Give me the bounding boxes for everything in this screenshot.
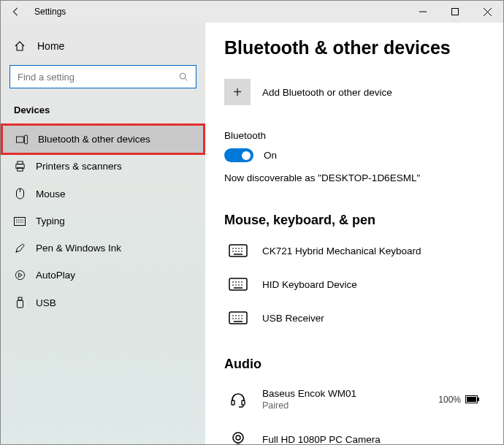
close-button[interactable]: [471, 1, 503, 23]
device-name: HID Keyboard Device: [262, 279, 484, 290]
device-name: USB Receiver: [262, 313, 484, 324]
sidebar-item-label: Pen & Windows Ink: [36, 243, 121, 254]
svg-point-4: [180, 73, 186, 79]
keyboard-icon: [227, 311, 249, 324]
device-row[interactable]: USB Receiver: [224, 305, 484, 339]
audio-header: Audio: [224, 357, 484, 372]
keyboard-icon: [227, 244, 249, 257]
keyboard-icon: [14, 217, 26, 226]
sidebar-item-label: Printers & scanners: [36, 161, 122, 172]
svg-rect-36: [478, 398, 479, 401]
keyboard-icon: [227, 278, 249, 291]
battery-icon: [465, 395, 480, 403]
svg-point-38: [236, 436, 240, 440]
svg-rect-18: [17, 300, 23, 308]
settings-window: Settings Home: [0, 0, 504, 445]
page-title: Bluetooth & other devices: [224, 37, 484, 58]
discoverable-text: Now discoverable as "DESKTOP-1D6ESML": [224, 172, 484, 183]
devices-icon: [16, 134, 28, 145]
mouse-keyboard-pen-header: Mouse, keyboard, & pen: [224, 213, 484, 228]
search-input[interactable]: [9, 65, 196, 88]
headset-icon: [227, 391, 249, 408]
sidebar-item-printers[interactable]: Printers & scanners: [1, 153, 205, 180]
bluetooth-toggle-state: On: [264, 150, 277, 161]
home-icon: [14, 40, 26, 52]
svg-point-37: [233, 433, 243, 443]
sidebar-item-label: Mouse: [36, 189, 66, 199]
device-name: CK721 Hybrid Mechanical Keyboard: [262, 246, 484, 256]
sidebar-item-usb[interactable]: USB: [1, 289, 205, 316]
sidebar-item-label: USB: [36, 297, 56, 308]
svg-rect-32: [232, 400, 234, 405]
sidebar-item-bluetooth[interactable]: Bluetooth & other devices: [3, 126, 203, 153]
device-name: Baseus Encok WM01: [262, 388, 425, 399]
search-icon: [178, 72, 188, 82]
sidebar-item-typing[interactable]: Typing: [1, 208, 205, 235]
bluetooth-toggle[interactable]: [224, 148, 253, 162]
add-device-label: Add Bluetooth or other device: [262, 87, 392, 98]
device-row[interactable]: Full HD 1080P PC Camera: [224, 425, 484, 444]
sidebar: Home Devices Bluetooth & other devices: [1, 23, 205, 444]
usb-icon: [14, 297, 26, 308]
svg-point-17: [15, 270, 24, 279]
plus-icon: +: [224, 79, 251, 105]
svg-rect-9: [17, 161, 23, 164]
main-content: Bluetooth & other devices + Add Bluetoot…: [205, 23, 503, 444]
device-row[interactable]: CK721 Hybrid Mechanical Keyboard: [224, 238, 484, 272]
sidebar-item-label: Bluetooth & other devices: [38, 134, 150, 145]
device-status: Paired: [262, 400, 425, 411]
svg-rect-19: [18, 297, 22, 300]
printer-icon: [14, 161, 26, 172]
section-label: Devices: [1, 102, 205, 126]
window-title: Settings: [34, 7, 66, 17]
pen-icon: [14, 243, 26, 254]
svg-rect-33: [242, 400, 245, 405]
autoplay-icon: [14, 270, 26, 281]
svg-rect-35: [467, 397, 476, 402]
home-nav[interactable]: Home: [1, 36, 205, 65]
battery-percent: 100%: [438, 395, 461, 405]
svg-line-5: [185, 78, 187, 80]
svg-point-16: [15, 251, 17, 252]
svg-rect-13: [15, 217, 26, 225]
device-row[interactable]: Baseus Encok WM01 Paired 100%: [224, 382, 484, 425]
svg-rect-1: [452, 9, 459, 15]
bluetooth-section-label: Bluetooth: [224, 130, 484, 141]
camera-icon: [227, 431, 249, 444]
device-row[interactable]: HID Keyboard Device: [224, 272, 484, 305]
sidebar-item-label: AutoPlay: [36, 270, 75, 281]
sidebar-item-label: Typing: [36, 216, 65, 227]
back-button[interactable]: [11, 7, 21, 17]
sidebar-item-autoplay[interactable]: AutoPlay: [1, 262, 205, 289]
mouse-icon: [14, 188, 26, 199]
add-device-button[interactable]: + Add Bluetooth or other device: [224, 79, 484, 105]
maximize-button[interactable]: [439, 1, 471, 23]
sidebar-item-pen[interactable]: Pen & Windows Ink: [1, 235, 205, 262]
device-name: Full HD 1080P PC Camera: [262, 434, 484, 445]
home-label: Home: [37, 40, 64, 52]
svg-rect-7: [25, 135, 28, 144]
battery-indicator: 100%: [438, 395, 484, 405]
search-field[interactable]: [18, 72, 178, 83]
sidebar-item-mouse[interactable]: Mouse: [1, 180, 205, 208]
svg-rect-6: [16, 137, 23, 142]
titlebar: Settings: [1, 1, 503, 23]
highlight-box: Bluetooth & other devices: [1, 123, 205, 155]
minimize-button[interactable]: [407, 1, 439, 23]
